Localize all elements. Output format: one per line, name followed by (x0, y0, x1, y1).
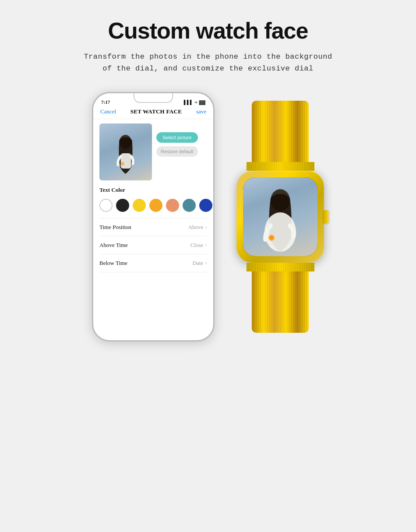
settings-label-time-position: Time Position (99, 224, 131, 231)
select-picture-button[interactable]: Select picture (156, 132, 198, 143)
settings-row-below-time[interactable]: Below Time Date › (99, 254, 207, 272)
settings-list: Time Position Above › Above Time Close › (99, 218, 207, 272)
photo-person-svg (109, 128, 142, 180)
svg-point-2 (121, 162, 124, 166)
restore-default-button[interactable]: Restore default (156, 146, 198, 157)
settings-value-time-position: Above › (188, 224, 207, 231)
connector-lines-top (247, 162, 314, 171)
phone-content: Select picture Restore default Text Colo… (93, 119, 213, 340)
settings-value-below-time: Date › (193, 260, 207, 267)
watch-person-svg (250, 182, 311, 256)
color-dot-teal[interactable] (183, 199, 196, 212)
connector-lines-bottom (247, 263, 314, 271)
phone-screen: 7:17 ▌▌▌ ≈ ▓▓ Cancel SET WATCH FACE save (93, 93, 213, 340)
band-lines-top (252, 101, 309, 162)
text-color-label: Text Color (99, 187, 207, 194)
photo-section: Select picture Restore default (99, 123, 207, 180)
settings-row-time-position[interactable]: Time Position Above › (99, 218, 207, 236)
watch-body (236, 171, 324, 263)
phone-notch (134, 93, 173, 103)
chevron-icon-3: › (205, 260, 207, 267)
status-icons: ▌▌▌ ≈ ▓▓ (184, 100, 205, 105)
color-dot-blue[interactable] (199, 199, 212, 212)
status-time: 7:17 (101, 99, 110, 105)
chevron-icon-2: › (205, 242, 207, 249)
cancel-button[interactable]: Cancel (100, 108, 116, 115)
watch-crown (323, 210, 328, 223)
settings-row-above-time[interactable]: Above Time Close › (99, 236, 207, 254)
watch-photo-bg (243, 177, 317, 256)
photo-buttons: Select picture Restore default (156, 123, 198, 157)
save-button[interactable]: save (196, 108, 206, 115)
watch-mockup (236, 101, 324, 333)
page-subtitle: Transform the photos in the phone into t… (84, 51, 332, 74)
svg-point-4 (264, 212, 296, 252)
svg-rect-1 (121, 153, 131, 169)
page-title: Custom watch face (108, 18, 308, 44)
color-dot-peach[interactable] (166, 199, 179, 212)
color-dot-black[interactable] (116, 199, 129, 212)
photo-preview (99, 123, 152, 180)
band-lines-bottom (252, 271, 309, 333)
settings-label-above-time: Above Time (99, 242, 128, 249)
band-connector-bottom (247, 263, 314, 271)
settings-value-above-time: Close › (190, 242, 207, 249)
watch-band-top (252, 101, 309, 162)
watch-band-bottom (252, 271, 309, 333)
color-swatches (99, 199, 207, 212)
wifi-icon: ≈ (195, 100, 197, 105)
settings-label-below-time: Below Time (99, 260, 127, 267)
color-dot-orange[interactable] (149, 199, 162, 212)
band-connector-top (247, 162, 314, 171)
phone-mockup: 7:17 ▌▌▌ ≈ ▓▓ Cancel SET WATCH FACE save (92, 92, 215, 342)
nav-title: SET WATCH FACE (130, 108, 182, 115)
devices-row: 7:17 ▌▌▌ ≈ ▓▓ Cancel SET WATCH FACE save (18, 92, 398, 342)
battery-icon: ▓▓ (199, 100, 205, 105)
color-dot-yellow[interactable] (133, 199, 146, 212)
watch-screen (243, 177, 317, 256)
chevron-icon: › (205, 224, 207, 231)
nav-bar: Cancel SET WATCH FACE save (93, 106, 213, 119)
signal-icon: ▌▌▌ (184, 100, 193, 105)
color-dot-white[interactable] (99, 199, 113, 212)
svg-point-6 (270, 236, 273, 240)
